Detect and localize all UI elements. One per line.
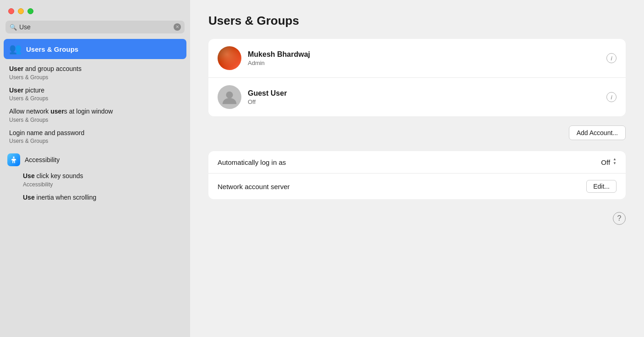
list-item[interactable]: Use click key sounds Accessibility	[0, 169, 190, 190]
user-info: Guest User Off	[248, 89, 600, 105]
user-info: Mukesh Bhardwaj Admin	[248, 50, 600, 66]
list-item[interactable]: Use inertia when scrolling	[0, 190, 190, 205]
network-server-row: Network account server Edit...	[208, 174, 626, 199]
main-content: Users & Groups Mukesh Bhardwaj Admin i	[190, 0, 644, 337]
settings-card: Automatically log in as Off ▲ ▼ Network …	[208, 151, 626, 199]
result-title: Allow network users at login window	[9, 107, 181, 116]
help-button[interactable]: ?	[613, 212, 626, 225]
result-title: Use inertia when scrolling	[23, 193, 181, 202]
network-server-edit-button[interactable]: Edit...	[586, 180, 617, 193]
clear-search-button[interactable]: ✕	[174, 23, 181, 31]
list-item[interactable]: User picture Users & Groups	[0, 83, 190, 105]
result-title: Use click key sounds	[23, 172, 181, 181]
page-title: Users & Groups	[208, 14, 626, 28]
search-bar: 🔍 ✕	[5, 21, 185, 33]
result-title: User and group accounts	[9, 65, 181, 74]
user-card-admin: Mukesh Bhardwaj Admin i	[208, 39, 626, 78]
search-results-list: User and group accounts Users & Groups U…	[0, 60, 190, 337]
sidebar: 🔍 ✕ 👥 Users & Groups User and group acco…	[0, 0, 190, 337]
list-item[interactable]: Login name and password Users & Groups	[0, 126, 190, 147]
svg-point-1	[226, 92, 233, 98]
result-sub: Users & Groups	[9, 138, 181, 144]
maximize-button[interactable]	[27, 8, 33, 14]
result-sub: Accessibility	[23, 181, 181, 188]
sidebar-item-users-groups[interactable]: 👥 Users & Groups	[4, 39, 186, 59]
user-info-button[interactable]: i	[606, 53, 617, 63]
add-account-button[interactable]: Add Account...	[569, 125, 626, 140]
auto-login-value: Off ▲ ▼	[601, 158, 617, 167]
result-sub: Users & Groups	[9, 95, 181, 102]
add-account-row: Add Account...	[208, 125, 626, 140]
search-icon: 🔍	[10, 24, 17, 31]
list-item[interactable]: Allow network users at login window User…	[0, 104, 190, 126]
network-server-label: Network account server	[218, 183, 582, 190]
auto-login-stepper[interactable]: ▲ ▼	[613, 158, 617, 167]
window-controls	[0, 0, 190, 21]
user-role: Off	[248, 98, 600, 105]
result-sub: Users & Groups	[9, 74, 181, 81]
user-role: Admin	[248, 60, 600, 66]
user-name: Guest User	[248, 89, 600, 98]
user-name: Mukesh Bhardwaj	[248, 50, 600, 59]
user-card-guest: Guest User Off i	[208, 78, 626, 116]
help-row: ?	[208, 210, 626, 225]
users-groups-icon: 👥	[9, 43, 22, 55]
avatar	[218, 46, 241, 70]
user-cards-container: Mukesh Bhardwaj Admin i Guest User Off i	[208, 39, 626, 116]
guest-info-button[interactable]: i	[606, 92, 617, 102]
svg-point-0	[13, 157, 15, 158]
result-title: User picture	[9, 86, 181, 95]
auto-login-label: Automatically log in as	[218, 158, 596, 166]
list-item[interactable]: User and group accounts Users & Groups	[0, 62, 190, 83]
accessibility-label: Accessibility	[25, 156, 60, 163]
minimize-button[interactable]	[18, 8, 24, 14]
result-sub: Users & Groups	[9, 117, 181, 123]
result-title: Login name and password	[9, 129, 181, 138]
accessibility-section: Accessibility Use click key sounds Acces…	[0, 147, 190, 207]
close-button[interactable]	[8, 8, 14, 14]
auto-login-row: Automatically log in as Off ▲ ▼	[208, 151, 626, 174]
search-input[interactable]	[5, 21, 185, 33]
sidebar-item-accessibility[interactable]: Accessibility	[0, 151, 190, 169]
accessibility-icon	[7, 153, 20, 166]
avatar	[218, 85, 241, 109]
stepper-down-arrow[interactable]: ▼	[613, 162, 617, 166]
nav-active-label: Users & Groups	[26, 45, 78, 53]
